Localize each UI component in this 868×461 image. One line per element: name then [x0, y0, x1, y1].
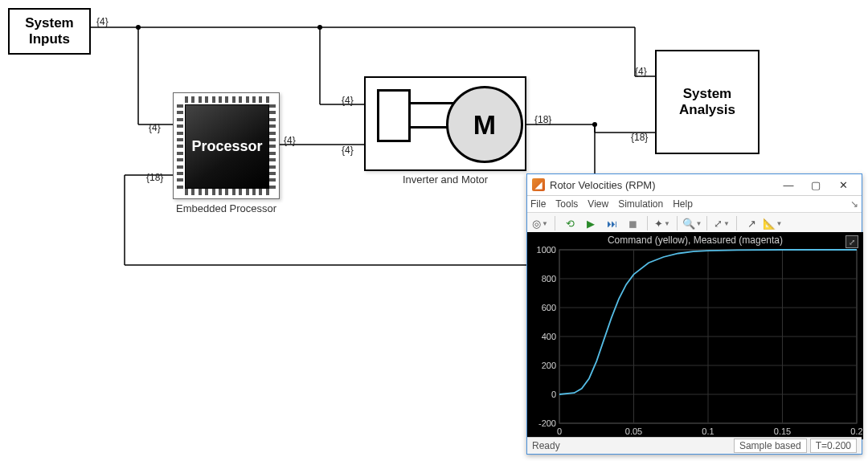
menu-simulation[interactable]: Simulation	[618, 198, 663, 210]
stop-button[interactable]: ◼	[623, 214, 642, 232]
signal-tag: {18}	[146, 172, 163, 183]
dock-icon[interactable]: ↘	[850, 198, 858, 210]
signal-tag: {18}	[631, 132, 648, 143]
measurement-button[interactable]: 📐▼	[763, 214, 782, 232]
motor-circle-icon: M	[446, 86, 523, 163]
motor-letter: M	[473, 109, 496, 141]
block-inverter-motor[interactable]: M	[364, 76, 526, 171]
signal-tag: {4}	[635, 66, 647, 77]
signal-tag: {4}	[342, 145, 354, 156]
signal-tag: {4}	[96, 16, 108, 27]
simulink-canvas: System Inputs {4} Processor Embedded Pro…	[0, 0, 868, 461]
block-system-inputs[interactable]: System Inputs	[8, 8, 91, 55]
zoom-button[interactable]: 🔍▼	[682, 214, 702, 232]
svg-text:-200: -200	[538, 418, 556, 428]
signal-tag: {4}	[284, 135, 296, 146]
svg-text:0: 0	[551, 390, 556, 399]
signal-tag: {18}	[534, 114, 551, 125]
scope-menubar: File Tools View Simulation Help ↘	[527, 196, 862, 213]
signal-tag: {4}	[342, 95, 354, 106]
chip-label: Processor	[191, 138, 262, 155]
svg-text:400: 400	[542, 332, 556, 341]
menu-file[interactable]: File	[530, 198, 546, 210]
scope-toolbar: ◎▼ ⟲ ▶ ⏭ ◼ ✦▼ 🔍▼ ⤢▼ ↗ 📐▼	[527, 213, 862, 235]
scope-statusbar: Ready Sample based T=0.200	[527, 437, 862, 454]
svg-text:1000: 1000	[537, 245, 556, 255]
svg-text:0.05: 0.05	[625, 426, 642, 436]
step-back-button[interactable]: ⟲	[560, 214, 579, 232]
scope-title: Rotor Velocities (RPM)	[550, 179, 655, 191]
scope-titlebar[interactable]: ◢ Rotor Velocities (RPM) — ▢ ✕	[527, 174, 862, 196]
block-system-inputs-label: System Inputs	[25, 15, 73, 47]
inverter-motor-caption: Inverter and Motor	[364, 173, 526, 186]
run-button[interactable]: ▶	[581, 214, 600, 232]
step-forward-button[interactable]: ⏭	[602, 214, 621, 232]
status-mode: Sample based	[734, 439, 807, 453]
svg-text:200: 200	[542, 361, 556, 370]
chip-graphic: Processor	[185, 104, 269, 189]
menu-view[interactable]: View	[588, 198, 608, 210]
svg-text:800: 800	[542, 274, 556, 284]
signal-tag: {4}	[149, 122, 161, 133]
svg-text:0: 0	[557, 426, 562, 436]
scope-plot[interactable]: Command (yellow), Measured (magenta)-200…	[527, 232, 862, 438]
window-minimize-button[interactable]: —	[775, 176, 802, 194]
svg-text:0.1: 0.1	[702, 426, 714, 436]
svg-text:Command (yellow), Measured (ma: Command (yellow), Measured (magenta)	[608, 235, 783, 246]
expand-plot-icon[interactable]: ⤢	[845, 235, 858, 248]
menu-help[interactable]: Help	[673, 198, 693, 210]
cursor-button[interactable]: ↗	[742, 214, 761, 232]
matlab-icon: ◢	[532, 178, 545, 191]
block-embedded-processor[interactable]: Processor	[173, 92, 280, 199]
configure-button[interactable]: ◎▼	[530, 214, 550, 232]
menu-tools[interactable]: Tools	[555, 198, 578, 210]
svg-text:0.15: 0.15	[774, 426, 791, 436]
status-time: T=0.200	[810, 439, 857, 453]
embedded-processor-caption: Embedded Processor	[173, 202, 280, 214]
block-system-analysis-label: System Analysis	[679, 86, 735, 117]
highlight-button[interactable]: ✦▼	[653, 214, 672, 232]
svg-text:0.2: 0.2	[850, 426, 862, 436]
inverter-rect-icon	[377, 89, 411, 142]
window-close-button[interactable]: ✕	[829, 176, 857, 194]
svg-text:600: 600	[542, 303, 556, 312]
status-ready: Ready	[532, 440, 560, 451]
scope-svg: Command (yellow), Measured (magenta)-200…	[527, 232, 863, 439]
inverter-line-icon	[411, 102, 454, 104]
autoscale-button[interactable]: ⤢▼	[712, 214, 731, 232]
window-maximize-button[interactable]: ▢	[802, 176, 829, 194]
svg-rect-18	[527, 232, 863, 439]
block-system-analysis[interactable]: System Analysis	[655, 50, 760, 154]
scope-window[interactable]: ◢ Rotor Velocities (RPM) — ▢ ✕ File Tool…	[526, 173, 862, 455]
